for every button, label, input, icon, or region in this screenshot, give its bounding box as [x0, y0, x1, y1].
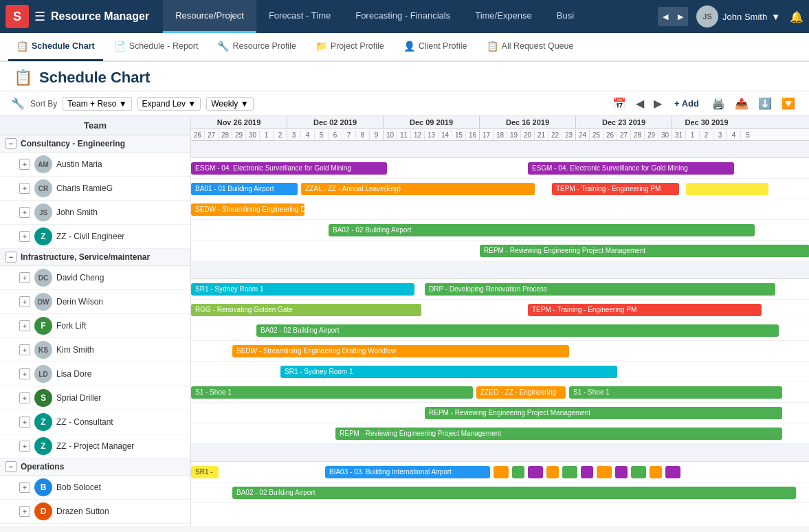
gantt-bar-drp[interactable]: DRP - Developing Renovation Process	[425, 283, 775, 296]
subnav-schedule-chart[interactable]: 📋 Schedule Chart	[8, 32, 103, 61]
expand-kim-button[interactable]: +	[19, 344, 30, 355]
gantt-bar-s1-2[interactable]: S1 - Shoe 1	[569, 386, 782, 399]
notifications-bell-icon[interactable]: 🔔	[790, 10, 804, 23]
team-column-header: Team	[0, 116, 190, 135]
gantt-bar-ba01[interactable]: BA01 - 01 Building Airport	[191, 183, 298, 195]
calendar-nav-icon[interactable]: 📅	[610, 96, 629, 111]
expand-bob-button[interactable]: +	[19, 482, 30, 493]
gantt-bar-bob-orange-2[interactable]	[546, 466, 559, 478]
collapse-infrastructure-button[interactable]: −	[5, 252, 16, 263]
gantt-bar-repm-pm[interactable]: REPM - Reviewing Engineering Project Man…	[335, 428, 782, 440]
gantt-bar-bob-purple-4[interactable]	[665, 466, 680, 478]
gantt-bar-bob-green-2[interactable]	[562, 466, 577, 478]
gantt-bar-bob-orange-1[interactable]	[494, 466, 509, 478]
gantt-bar-esgm-1[interactable]: ESGM - 04. Electronic Surveillance for G…	[191, 162, 387, 175]
gantt-section-consultancy	[191, 140, 809, 158]
gantt-bar-ba02-drazen[interactable]: BA02 - 02 Building Airport	[232, 487, 796, 499]
gantt-bar-sr1-bob[interactable]: SR1 -	[191, 466, 219, 478]
nav-tab-forecasting-financials[interactable]: Forecasting - Financials	[343, 0, 463, 33]
gantt-bar-ba02-fork[interactable]: BA02 - 02 Building Airport	[256, 324, 779, 337]
schedule-chart-icon: 📋	[16, 41, 28, 52]
nav-tab-busi[interactable]: Busi	[544, 0, 586, 33]
gantt-bar-sr1-david[interactable]: SR1 - Sydney Room 1	[191, 283, 414, 296]
gantt-bar-zzal[interactable]: ZZAL - ZZ - Annual Leave(Eng)	[301, 183, 535, 195]
derin-wilson-name: Derin Wilson	[56, 297, 103, 307]
subnav-all-request-queue[interactable]: 📋 All Request Queue	[478, 32, 582, 61]
member-david-cheng: + DC David Cheng	[0, 266, 190, 290]
team-section-operations: − Operations	[0, 458, 190, 476]
subnav-schedule-report[interactable]: 📄 Schedule - Report	[106, 32, 207, 61]
page-header: 📋 Schedule Chart	[0, 62, 809, 91]
zz-civil-name: ZZ - Civil Engineer	[56, 232, 124, 241]
gantt-bar-tepm-1[interactable]: TEPM - Training - Engineering PM	[552, 183, 679, 195]
expand-zz-civil-button[interactable]: +	[19, 231, 30, 242]
zz-project-manager-name: ZZ - Project Manager	[56, 441, 134, 451]
gantt-bar-zzeo[interactable]: ZZEO - ZZ - Engineering	[476, 386, 566, 399]
gantt-rows: ESGM - 04. Electronic Surveillance for G…	[191, 140, 809, 503]
gantt-bar-repm-consultant[interactable]: REPM - Reviewing Engineering Project Man…	[425, 407, 782, 419]
expand-zz-consultant-button[interactable]: +	[19, 417, 30, 428]
weekly-select[interactable]: Weekly ▼	[206, 97, 253, 111]
resource-profile-icon: 🔧	[217, 41, 229, 52]
sort-by-select[interactable]: Team + Reso ▼	[63, 97, 131, 111]
gantt-bar-repm-civil[interactable]: REPM - Reviewing Engineering Project Man…	[480, 245, 809, 257]
expand-derin-button[interactable]: +	[19, 296, 30, 307]
nav-arrow-left[interactable]: ◀	[658, 7, 673, 26]
expand-drazen-button[interactable]: +	[19, 506, 30, 517]
user-menu[interactable]: JS John Smith ▼ 🔔	[696, 5, 804, 27]
nav-tab-resource-project[interactable]: Resource/Project	[163, 0, 256, 33]
member-charis-ramieg: + CR Charis RamieG	[0, 177, 190, 201]
export-icon[interactable]: 📤	[732, 96, 751, 111]
collapse-operations-button[interactable]: −	[5, 461, 16, 472]
gantt-bar-bob-purple-1[interactable]	[528, 466, 543, 478]
download-icon[interactable]: ⬇️	[755, 96, 775, 111]
subnav-client-profile[interactable]: 👤 Client Profile	[395, 32, 476, 61]
gantt-bar-s1-1[interactable]: S1 - Shoe 1	[191, 386, 473, 399]
nav-arrow-right[interactable]: ▶	[673, 7, 688, 26]
subnav-project-profile[interactable]: 📁 Project Profile	[307, 32, 392, 61]
kim-smith-name: Kim Smith	[56, 345, 94, 355]
expand-level-select[interactable]: Expand Lev ▼	[137, 97, 201, 111]
expand-lisa-button[interactable]: +	[19, 368, 30, 379]
gantt-bar-ba02-john[interactable]: BA02 - 02 Building Airport	[329, 224, 755, 236]
prev-period-icon[interactable]: ◀	[633, 96, 647, 111]
gantt-bar-tepm-2[interactable]: TEPM - Training - Engineering PM	[528, 304, 762, 316]
expand-john-button[interactable]: +	[19, 207, 30, 218]
member-derin-wilson: + DW Derin Wilson	[0, 290, 190, 314]
gantt-bar-esgm-2[interactable]: ESGM - 04. Electronic Surveillance for G…	[528, 162, 734, 175]
expand-forklift-button[interactable]: +	[19, 320, 30, 331]
expand-sprial-button[interactable]: +	[19, 392, 30, 403]
gantt-bar-bob-green-3[interactable]	[631, 466, 646, 478]
gantt-bar-sr1-lisa[interactable]: SR1 - Sydney Room 1	[280, 366, 617, 378]
expand-austin-button[interactable]: +	[19, 159, 30, 170]
avatar-john-smith: JS	[34, 203, 52, 221]
print-icon[interactable]: 🖨️	[709, 96, 728, 111]
nav-tab-time-expense[interactable]: Time/Expense	[463, 0, 544, 33]
next-period-icon[interactable]: ▶	[651, 96, 665, 111]
page-header-icon: 📋	[14, 69, 32, 87]
gantt-bar-yellow-1[interactable]	[686, 183, 768, 195]
collapse-consultancy-button[interactable]: −	[5, 138, 16, 149]
gantt-bar-sedw-1[interactable]: SEDW - Streamlining Engineering Drafting	[191, 203, 304, 216]
gantt-bar-bia03[interactable]: BIA03 - 03. Building International Airpo…	[325, 466, 490, 478]
nav-tab-forecast-time[interactable]: Forecast - Time	[256, 0, 343, 33]
filter-icon[interactable]: 🔽	[779, 96, 798, 111]
add-button[interactable]: + Add	[669, 96, 705, 111]
hamburger-menu[interactable]: ☰	[34, 9, 45, 24]
project-profile-icon: 📁	[315, 41, 327, 52]
gantt-bar-bob-purple-2[interactable]	[581, 466, 593, 478]
expand-zz-pm-button[interactable]: +	[19, 441, 30, 452]
expand-david-button[interactable]: +	[19, 272, 30, 283]
subnav-resource-profile[interactable]: 🔧 Resource Profile	[209, 32, 304, 61]
gantt-bar-rgg[interactable]: RGG - Renovating Golden Gate	[191, 304, 421, 316]
gantt-bar-bob-green-1[interactable]	[512, 466, 524, 478]
gantt-bar-bob-purple-3[interactable]	[615, 466, 628, 478]
gantt-bar-bob-orange-4[interactable]	[650, 466, 662, 478]
gantt-bar-sedw-kim[interactable]: SEDW - Streamlining Engineering Drafting…	[232, 345, 569, 357]
expand-charis-button[interactable]: +	[19, 183, 30, 194]
week-dec16: Dec 16 2019	[480, 116, 576, 129]
gantt-bar-bob-orange-3[interactable]	[597, 466, 612, 478]
fork-lift-name: Fork Lift	[56, 321, 86, 331]
gantt-row-drazen: BA02 - 02 Building Airport	[191, 483, 809, 503]
member-bob-solocet: + B Bob Solocet	[0, 476, 190, 500]
